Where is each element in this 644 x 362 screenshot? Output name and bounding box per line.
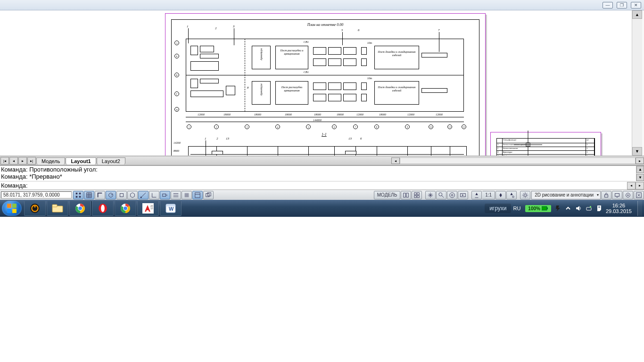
3dosnap-button[interactable] — [127, 191, 138, 199]
language-indicator[interactable]: RU — [511, 206, 522, 211]
pan-button[interactable] — [425, 191, 436, 199]
command-history[interactable]: Команда: Противоположный угол: Команда: … — [0, 166, 644, 181]
label-sb1-b: СВ1 — [304, 71, 309, 74]
tab-prev-button[interactable]: ◂ — [9, 157, 18, 165]
hscroll-left[interactable]: ◂ — [391, 157, 400, 164]
tab-next-button[interactable]: ▸ — [18, 157, 27, 165]
cmd-scroll-down[interactable]: ▼ — [636, 174, 644, 181]
axis-4: 4 — [275, 124, 280, 129]
tab-layout2[interactable]: Layout2 — [97, 157, 125, 165]
section-title: 1-1 — [322, 133, 327, 137]
quickview-layouts-button[interactable] — [401, 191, 411, 199]
taskbar-explorer[interactable] — [47, 201, 68, 216]
model-paper-toggle[interactable]: МОДЕЛЬ — [374, 191, 400, 199]
annotation-visibility-button[interactable] — [495, 191, 506, 199]
taskbar-clock[interactable]: 16:26 29.03.2015 — [606, 203, 632, 214]
crane-trolley — [345, 151, 356, 155]
power-icon[interactable] — [554, 205, 561, 212]
chamber — [313, 47, 326, 55]
scroll-track[interactable] — [632, 19, 642, 147]
ducs-button[interactable] — [149, 191, 159, 199]
coordinates-display[interactable]: 58.0171, 317.9759, 0.0000 — [1, 191, 72, 198]
action-center-icon[interactable] — [595, 205, 603, 212]
dyn-button[interactable] — [160, 191, 170, 199]
dim-18000d: 18000 — [314, 113, 321, 116]
room-raspalubka-2 — [275, 81, 308, 105]
tab-last-button[interactable]: ▸| — [27, 157, 36, 165]
paper-space[interactable]: План на отметке 0.00 Арматура — [0, 10, 632, 156]
clock-date: 29.03.2015 — [606, 208, 632, 214]
annotation-scale-icon[interactable] — [471, 191, 482, 199]
hgt-14200: 14200 — [173, 141, 181, 145]
start-button[interactable] — [2, 201, 22, 216]
dim-12000c: 12000 — [407, 113, 414, 116]
ortho-button[interactable] — [95, 191, 105, 199]
label-armature-1: Арматура — [260, 45, 263, 64]
chamber-small — [361, 47, 367, 55]
showmotion-button[interactable] — [458, 191, 468, 199]
zoom-button[interactable] — [436, 191, 446, 199]
sec-callout-6: 6 — [360, 137, 362, 140]
taskbar-opera[interactable] — [92, 201, 114, 216]
tray-overflow-icon[interactable] — [564, 205, 572, 212]
show-desktop-button[interactable] — [637, 201, 642, 216]
separator — [245, 39, 245, 112]
osnap-button[interactable] — [116, 191, 127, 199]
snap-button[interactable] — [73, 191, 83, 199]
polar-button[interactable] — [106, 191, 116, 199]
toolbar-lock-button[interactable] — [601, 191, 611, 199]
hscroll-track[interactable] — [400, 157, 636, 164]
workspace-switcher[interactable]: 2D рисование и аннотации — [531, 191, 601, 199]
chamber — [343, 82, 356, 90]
steering-wheel-button[interactable] — [447, 191, 457, 199]
battery-indicator[interactable]: 100% — [525, 205, 551, 212]
axis-V: В — [174, 73, 179, 77]
taskbar-chrome-2[interactable] — [115, 201, 136, 216]
annotation-scale[interactable]: 1:1 — [482, 191, 495, 199]
taskbar-word[interactable]: W — [160, 201, 182, 216]
isolate-objects-button[interactable] — [623, 191, 633, 199]
axis-B: Б — [174, 54, 179, 58]
otrack-button[interactable] — [138, 191, 149, 199]
vertical-scrollbar[interactable]: ▲ ▼ — [632, 10, 642, 156]
chamber — [313, 58, 326, 66]
chamber — [313, 82, 326, 90]
transparency-button[interactable] — [182, 191, 192, 199]
scroll-up-button[interactable]: ▲ — [632, 10, 642, 19]
cmd-scroll-up[interactable]: ▲ — [636, 166, 644, 173]
cmd-side-right[interactable]: ▸ — [636, 182, 644, 189]
svg-rect-15 — [120, 193, 124, 197]
chamber — [313, 94, 326, 101]
annotation-autoscale-button[interactable] — [506, 191, 517, 199]
volume-icon[interactable] — [575, 205, 582, 212]
hscroll-right[interactable]: ▸ — [636, 157, 644, 164]
svg-rect-23 — [406, 193, 408, 197]
close-button[interactable]: ✕ — [631, 2, 641, 8]
cmd-side-left[interactable]: ◂ — [627, 182, 636, 189]
taskbar-chrome-1[interactable] — [69, 201, 91, 216]
tab-first-button[interactable]: |◂ — [0, 157, 9, 165]
drawing-canvas-area[interactable]: План на отметке 0.00 Арматура — [0, 10, 644, 156]
quickview-drawings-button[interactable] — [412, 191, 422, 199]
horizontal-scrollbar[interactable]: ◂ ▸ — [391, 157, 644, 165]
selection-cycling-button[interactable] — [203, 191, 214, 199]
tab-layout1[interactable]: Layout1 — [66, 157, 96, 165]
taskbar-thumbnail-preview[interactable]: игрухи — [485, 204, 511, 213]
leader — [234, 28, 234, 45]
hardware-accel-button[interactable] — [612, 191, 622, 199]
safely-remove-icon[interactable] — [585, 205, 593, 212]
scroll-down-button[interactable]: ▼ — [632, 147, 642, 156]
lineweight-button[interactable] — [171, 191, 181, 199]
quickprops-button[interactable] — [192, 191, 203, 199]
maximize-button[interactable]: ❐ — [617, 2, 627, 8]
command-input[interactable] — [29, 182, 627, 189]
clean-screen-button[interactable] — [634, 191, 644, 199]
taskbar-autocad[interactable]: 2010 — [137, 201, 159, 216]
workspace-gear-icon[interactable] — [520, 191, 530, 199]
chamber — [328, 58, 341, 66]
minimize-button[interactable]: — — [603, 2, 613, 8]
grid-button[interactable] — [84, 191, 94, 199]
command-scrollbar[interactable]: ▲ ▼ — [636, 166, 644, 181]
tab-model[interactable]: Модель — [36, 157, 65, 165]
taskbar-aimp[interactable] — [24, 201, 46, 216]
